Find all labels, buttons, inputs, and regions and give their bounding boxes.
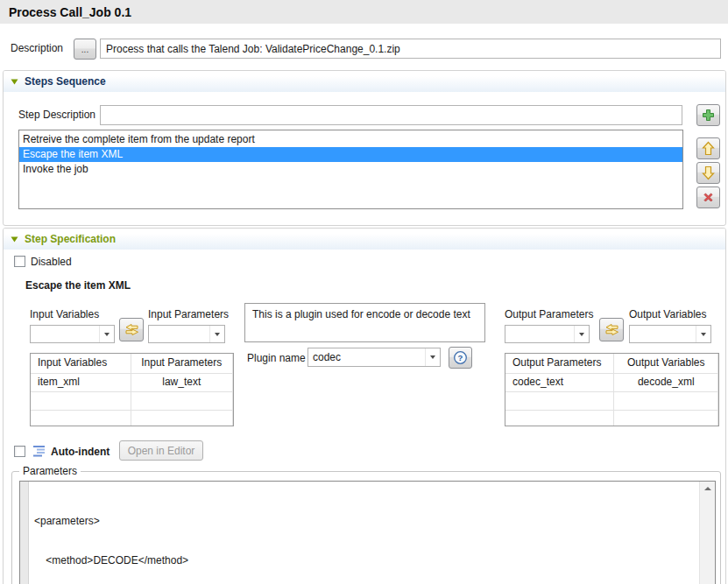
plugin-description-box: This is a plugin used for encode or deco… [244,303,485,342]
plugin-description-text: This is a plugin used for encode or deco… [252,308,470,320]
column-header: Input Variables [31,354,131,373]
editor-gutter [20,482,29,584]
table-cell[interactable]: law_text [131,374,233,391]
output-parameters-combo[interactable] [505,325,590,343]
steps-sequence-header[interactable]: Steps Sequence [4,71,725,92]
table-row[interactable] [31,392,233,411]
auto-indent-icon [32,444,46,458]
list-item[interactable]: Invoke the job [19,162,682,177]
table-cell[interactable]: decode_xml [614,374,718,391]
plugin-name-combo-value: codec [313,351,341,363]
delete-step-button[interactable] [696,186,720,208]
step-specification-header[interactable]: Step Specification [4,229,725,250]
steps-sequence-title: Steps Sequence [25,75,106,88]
output-parameters-label: Output Parameters [505,308,593,320]
input-parameters-combo[interactable] [148,325,225,343]
chevron-down-icon [209,326,224,342]
parameters-legend: Parameters [19,465,81,477]
code-line[interactable]: <parameters> [34,515,224,528]
chevron-down-icon [574,326,589,342]
swap-output-button[interactable] [599,318,624,341]
input-parameters-label: Input Parameters [148,308,229,320]
swap-arrows-icon [124,323,139,336]
arrow-down-icon [702,165,715,180]
input-variables-combo[interactable] [30,325,115,343]
steps-sequence-section: Steps Sequence Step Description Retreive… [3,70,726,226]
add-step-button[interactable] [696,104,720,126]
input-variables-label: Input Variables [30,308,99,320]
column-header: Output Parameters [505,354,614,373]
open-in-editor-label: Open in Editor [128,445,195,457]
swap-input-button[interactable] [119,318,144,341]
table-row[interactable]: codec_text decode_xml [505,374,718,392]
step-specification-section: Step Specification Disabled Escape the i… [3,228,726,584]
code-text[interactable]: <parameters> <method>DECODE</method> <al… [34,489,224,584]
output-mapping-table: Output Parameters Output Variables codec… [505,353,719,426]
description-label: Description [11,42,63,54]
auto-indent-checkbox[interactable] [14,446,25,457]
column-header: Input Parameters [131,354,233,373]
svg-text:?: ? [458,353,463,362]
step-description-input[interactable] [100,105,682,125]
step-specification-title: Step Specification [25,233,116,245]
table-cell[interactable]: codec_text [505,374,614,391]
description-input[interactable] [100,39,721,59]
table-header-row: Input Variables Input Parameters [31,354,233,374]
page-title: Process Call_Job 0.1 [9,5,131,19]
arrow-up-icon [702,141,715,156]
scroll-up-button[interactable] [700,482,715,496]
chevron-down-icon [696,326,710,342]
section-collapse-icon [11,236,18,243]
table-header-row: Output Parameters Output Variables [505,354,718,374]
table-row[interactable] [505,411,718,426]
code-line[interactable]: <method>DECODE</method> [34,554,224,567]
output-variables-label: Output Variables [629,308,707,320]
plugin-name-combo[interactable]: codec [307,348,441,367]
help-question-icon: ? [453,350,468,365]
move-step-up-button[interactable] [696,137,720,159]
table-cell[interactable]: item_xml [31,374,131,391]
input-mapping-table: Input Variables Input Parameters item_xm… [30,353,234,426]
section-collapse-icon [11,79,18,85]
step-description-label: Step Description [18,109,95,121]
disabled-label: Disabled [31,256,72,268]
plugin-name-label: Plugin name [247,352,306,364]
steps-list[interactable]: Retreive the complete item from the upda… [18,130,683,209]
disabled-checkbox[interactable] [14,256,25,267]
editor-scrollbar[interactable] [699,482,715,584]
scroll-up-icon [704,487,711,490]
table-row[interactable] [505,392,718,411]
list-item[interactable]: Retreive the complete item from the upda… [19,132,682,147]
plus-icon [702,109,715,122]
auto-indent-label: Auto-indent [51,446,110,458]
move-step-down-button[interactable] [696,162,720,184]
parameters-fieldset: Parameters <parameters> <method>DECODE</… [11,471,721,584]
list-item-selected[interactable]: Escape the item XML [19,147,682,162]
swap-arrows-icon [604,323,619,336]
description-browse-button[interactable]: ... [74,39,96,60]
chevron-down-icon [425,348,440,366]
code-editor[interactable]: <parameters> <method>DECODE</method> <al… [19,481,716,584]
column-header: Output Variables [614,354,718,373]
ellipsis-icon: ... [81,45,88,54]
plugin-help-button[interactable]: ? [449,347,472,369]
chevron-down-icon [99,326,114,342]
output-variables-combo[interactable] [629,325,711,343]
step-heading: Escape the item XML [25,279,131,292]
delete-x-icon [702,191,715,204]
table-row[interactable]: item_xml law_text [31,374,233,392]
table-row[interactable] [31,411,233,426]
titlebar: Process Call_Job 0.1 [0,0,728,24]
open-in-editor-button[interactable]: Open in Editor [119,440,203,461]
process-editor-window: Process Call_Job 0.1 Description ... Ste… [0,0,728,584]
